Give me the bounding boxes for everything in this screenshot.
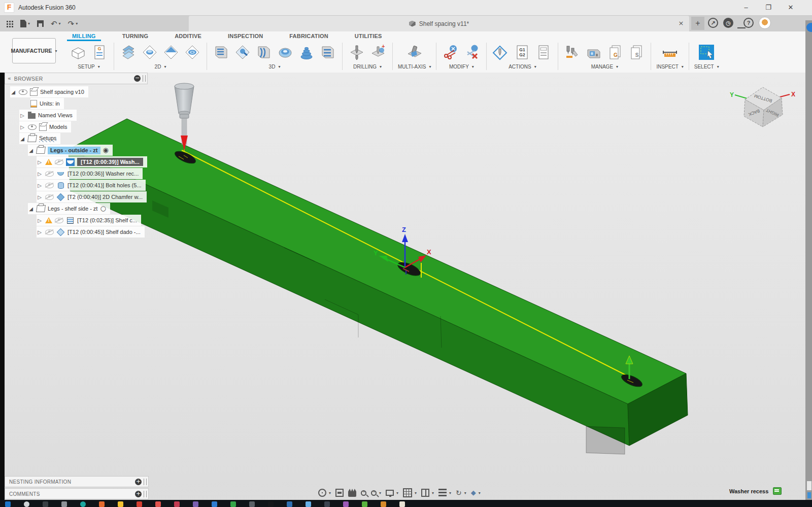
tree-row-setup-legs-outside[interactable]: ◢ Legs - outside - zt ◉: [28, 145, 113, 156]
expander-icon[interactable]: ▷: [37, 229, 43, 235]
viewports-button[interactable]: ▾: [421, 489, 434, 497]
visibility-off-icon[interactable]: [55, 159, 63, 165]
visibility-off-icon[interactable]: [45, 229, 54, 235]
actions-menu[interactable]: ACTIONS: [509, 64, 531, 70]
swarf-icon[interactable]: [405, 43, 424, 62]
close-button[interactable]: ✕: [780, 1, 802, 15]
nesting-expand-icon[interactable]: +: [135, 479, 142, 485]
tab-utilities[interactable]: UTILITIES: [353, 32, 384, 40]
visibility-off-icon[interactable]: [55, 218, 63, 223]
post-process-icon[interactable]: G1G2: [513, 43, 531, 62]
taskbar-icon[interactable]: [43, 501, 48, 507]
2d-pocket-icon[interactable]: [141, 43, 159, 62]
maximize-button[interactable]: ❐: [757, 1, 780, 15]
taskbar-icon[interactable]: [80, 501, 86, 507]
minimize-button[interactable]: –: [735, 1, 757, 15]
taskbar-icon[interactable]: [193, 501, 198, 507]
modify-menu[interactable]: MODIFY: [449, 64, 469, 70]
browser-grip[interactable]: [143, 75, 146, 82]
3d-menu[interactable]: 3D: [269, 64, 276, 70]
spiral-icon[interactable]: [297, 43, 316, 62]
active-setup-radio[interactable]: ◉: [103, 147, 109, 153]
tab-fabrication[interactable]: FABRICATION: [287, 32, 330, 40]
visual-style-button[interactable]: ◆▾: [471, 489, 481, 497]
window-select-icon[interactable]: [697, 43, 716, 62]
parallel-icon[interactable]: [255, 43, 273, 62]
save-button[interactable]: [37, 20, 44, 27]
help-icon[interactable]: ?: [743, 18, 754, 28]
setup-sheet-icon[interactable]: [534, 43, 553, 62]
face-icon[interactable]: [162, 43, 180, 62]
measure-icon[interactable]: [661, 43, 679, 62]
visibility-off-icon[interactable]: [45, 194, 54, 200]
post-library-icon[interactable]: G: [606, 43, 624, 62]
simulate-icon[interactable]: [492, 43, 510, 62]
zoom-button[interactable]: [361, 490, 366, 496]
taskbar-icon[interactable]: [24, 501, 29, 507]
drill-icon[interactable]: [348, 43, 366, 62]
layout-button[interactable]: ▾: [438, 489, 451, 497]
2d-menu[interactable]: 2D: [155, 64, 161, 70]
pocket-clearing-icon[interactable]: [233, 43, 252, 62]
taskbar-icon[interactable]: [268, 501, 274, 507]
pan-button[interactable]: [348, 489, 356, 497]
template-library-icon[interactable]: S: [627, 43, 646, 62]
tab-additive[interactable]: ADDITIVE: [173, 32, 204, 40]
tree-row-setup-legs-shelf-side[interactable]: ◢ Legs - shelf side - zt ○: [28, 203, 110, 214]
scallop-icon[interactable]: [276, 43, 294, 62]
collapse-browser-icon[interactable]: «: [8, 75, 11, 82]
job-status-icon[interactable]: ◷: [723, 18, 733, 28]
display-settings-button[interactable]: ▾: [386, 490, 398, 496]
tree-row-toolpath-shelf-contour[interactable]: ▷ [T12 (0:02:35)] Shelf c...: [37, 215, 141, 226]
tab-turning[interactable]: TURNING: [120, 32, 151, 40]
browser-minimize-icon[interactable]: −: [134, 75, 141, 82]
visibility-eye-icon[interactable]: [28, 124, 37, 130]
inactive-setup-radio[interactable]: ○: [100, 206, 106, 212]
taskbar-icon[interactable]: [174, 501, 180, 507]
manage-menu[interactable]: MANAGE: [591, 64, 613, 70]
trim-toolpath-icon[interactable]: [442, 43, 460, 62]
tree-row-setups[interactable]: ◢ Setups: [19, 133, 60, 144]
file-menu-button[interactable]: ▾: [20, 20, 30, 27]
2d-contour-icon[interactable]: [183, 43, 201, 62]
taskbar-icon[interactable]: [118, 501, 123, 507]
expander-icon[interactable]: ▷: [37, 183, 43, 188]
expander-icon[interactable]: ▷: [37, 159, 43, 165]
workspace-selector[interactable]: MANUFACTURE▾: [12, 38, 56, 63]
drilling-menu[interactable]: DRILLING: [353, 64, 377, 70]
tool-library-icon[interactable]: [563, 43, 582, 62]
windows-taskbar[interactable]: [0, 500, 812, 507]
tree-row-toolpath-washer[interactable]: ▷ [T12 (0:00:39)] Wash...: [37, 156, 147, 167]
taskbar-icon[interactable]: [306, 501, 311, 507]
machine-library-icon[interactable]: [585, 43, 603, 62]
expander-icon[interactable]: ▷: [37, 194, 43, 200]
fit-button[interactable]: ▾: [371, 490, 381, 496]
undo-button[interactable]: ↶▾: [51, 19, 61, 28]
comments-panel[interactable]: COMMENTS +: [5, 488, 149, 499]
thread-icon[interactable]: +: [369, 43, 387, 62]
taskbar-icon[interactable]: [212, 501, 217, 507]
tree-row-named-views[interactable]: ▷ Named Views: [19, 110, 77, 121]
expander-icon[interactable]: ▷: [37, 218, 43, 223]
expander-icon[interactable]: ◢: [28, 206, 34, 212]
redo-button[interactable]: ↷▾: [68, 19, 78, 28]
nesting-information-panel[interactable]: NESTING INFORMATION +: [5, 476, 149, 487]
taskbar-icon[interactable]: [343, 501, 349, 507]
taskbar-icon[interactable]: [381, 501, 386, 507]
tab-inspection[interactable]: INSPECTION: [226, 32, 265, 40]
2d-adaptive-icon[interactable]: [119, 43, 138, 62]
tree-row-toolpath-chamfer[interactable]: ▷ [T2 (0:00:40)] 2D Chamfer w...: [37, 191, 147, 202]
multiaxis-menu[interactable]: MULTI-AXIS: [398, 64, 426, 70]
taskbar-icon[interactable]: [99, 501, 105, 507]
comments-expand-icon[interactable]: +: [135, 491, 142, 497]
document-tab-close-icon[interactable]: ×: [676, 18, 686, 28]
tree-row-document[interactable]: ◢ Shelf spacing v10: [10, 86, 88, 97]
extensions-icon[interactable]: ↗: [708, 18, 718, 28]
expander-icon[interactable]: ▷: [19, 124, 25, 130]
look-at-button[interactable]: [335, 489, 344, 497]
taskbar-icon[interactable]: [137, 501, 142, 507]
setup-icon[interactable]: [69, 43, 87, 62]
tree-row-toolpath-washer-recess[interactable]: ▷ [T12 (0:00:36)] Washer rec...: [37, 168, 143, 179]
inspect-menu[interactable]: INSPECT: [656, 64, 678, 70]
visibility-eye-icon[interactable]: [19, 89, 27, 95]
